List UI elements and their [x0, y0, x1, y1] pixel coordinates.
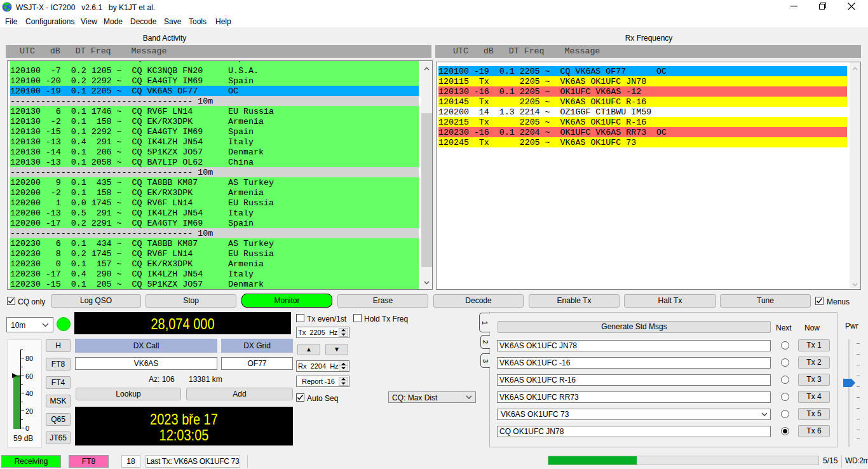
- svg-text:20: 20: [25, 407, 33, 415]
- svg-text:60: 60: [25, 372, 33, 380]
- svg-text:80: 80: [25, 355, 33, 362]
- svg-text:0: 0: [25, 425, 29, 432]
- svg-text:40: 40: [25, 390, 33, 397]
